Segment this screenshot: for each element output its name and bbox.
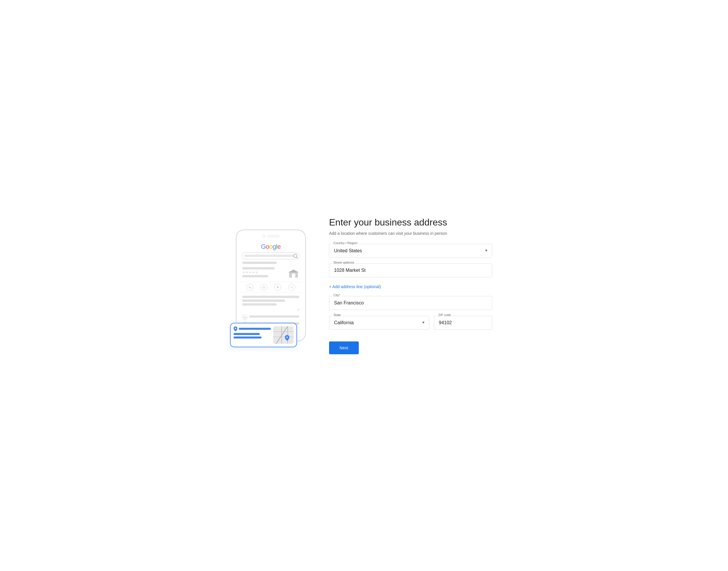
state-label: State <box>332 313 342 317</box>
star <box>249 271 252 274</box>
phone-search-bar <box>242 252 300 259</box>
location-pin-icon <box>234 326 237 332</box>
zip-input[interactable] <box>434 316 492 330</box>
listing-left <box>242 267 285 279</box>
listing-title <box>242 267 275 269</box>
biz-line-3 <box>234 336 262 339</box>
page-subtitle: Add a location where customers can visit… <box>329 231 492 236</box>
star <box>255 271 258 274</box>
bookmark-icon <box>274 284 281 291</box>
stars-row <box>242 271 285 274</box>
content-lines <box>240 262 302 264</box>
state-field-group: State California New York Texas Florida … <box>329 316 429 330</box>
country-label: Country / Region <box>332 241 358 245</box>
biz-pin-row <box>234 326 271 332</box>
gray-line <box>242 303 277 306</box>
share-icon <box>288 284 295 291</box>
next-button[interactable]: Next <box>329 341 359 354</box>
state-select[interactable]: California New York Texas Florida <box>329 316 429 330</box>
phone-speaker <box>268 235 279 237</box>
city-label: City* <box>332 294 341 297</box>
biz-line-1 <box>239 328 271 330</box>
star <box>242 271 245 274</box>
star <box>252 271 255 274</box>
city-input[interactable] <box>329 296 492 310</box>
phone-icon <box>242 315 248 320</box>
biz-line-2 <box>234 333 260 335</box>
search-icon <box>293 254 297 258</box>
svg-line-7 <box>291 287 293 287</box>
state-zip-row: State California New York Texas Florida … <box>329 316 492 336</box>
page-container: Google <box>204 217 524 354</box>
phone-screen: Google <box>240 241 302 336</box>
business-card-overlay <box>230 323 297 347</box>
map-thumbnail <box>273 326 294 344</box>
gray-line <box>249 316 299 318</box>
phone-illustration: Google <box>236 230 306 341</box>
country-field-group: Country / Region United States Canada Un… <box>329 244 492 257</box>
phone-camera <box>262 235 265 238</box>
gray-line <box>242 296 299 298</box>
search-line <box>244 255 293 257</box>
zip-field-group: ZIP code <box>434 316 492 330</box>
biz-card-left <box>234 326 271 344</box>
street-label: Street address <box>332 261 355 264</box>
map-pin-icon <box>285 335 289 341</box>
gray-line <box>242 262 277 264</box>
listing-row <box>240 265 302 280</box>
svg-marker-3 <box>263 286 265 289</box>
country-select-wrapper: United States Canada United Kingdom ▼ <box>329 244 492 257</box>
street-field-group: Street address <box>329 263 492 277</box>
call-icon <box>246 284 253 291</box>
star <box>246 271 248 274</box>
map-road <box>273 326 294 344</box>
street-input[interactable] <box>329 263 492 277</box>
country-select[interactable]: United States Canada United Kingdom <box>329 244 492 257</box>
state-select-wrapper: California New York Texas Florida ▼ <box>329 316 429 330</box>
svg-rect-2 <box>292 273 295 277</box>
add-address-button[interactable]: + Add address line (optional) <box>329 283 381 290</box>
more-lines <box>240 294 302 306</box>
gray-line <box>242 300 285 302</box>
store-icon <box>288 267 299 279</box>
google-logo: Google <box>240 241 302 252</box>
svg-marker-1 <box>288 269 299 272</box>
directions-icon <box>260 284 267 291</box>
zip-label: ZIP code <box>437 313 452 317</box>
page-title: Enter your business address <box>329 217 492 228</box>
listing-detail <box>242 275 268 277</box>
phone-bottom-item <box>242 315 299 320</box>
chevron-right: › <box>240 307 302 313</box>
action-icons-row <box>240 282 302 293</box>
city-field-group: City* <box>329 296 492 310</box>
form-section: Enter your business address Add a locati… <box>329 217 492 354</box>
phone-top-bar <box>240 235 302 238</box>
svg-line-8 <box>291 287 293 288</box>
